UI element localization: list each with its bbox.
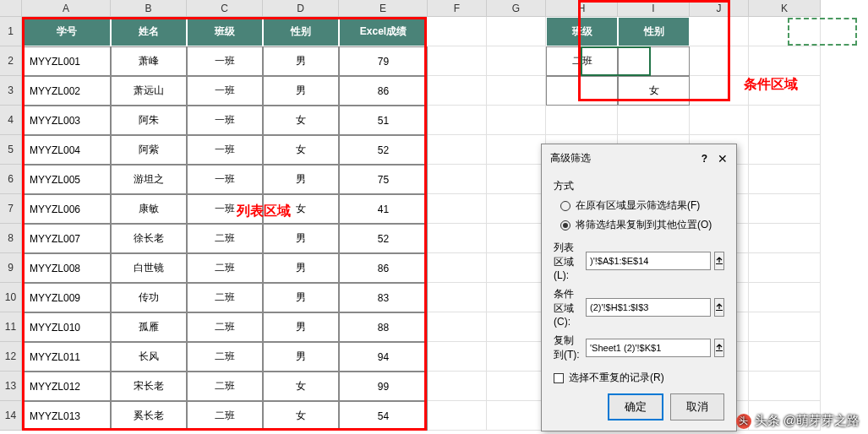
cell[interactable]: MYYZL003 — [22, 106, 111, 135]
cell[interactable] — [546, 76, 618, 106]
cell[interactable]: 男 — [263, 312, 339, 342]
cell[interactable]: 二班 — [187, 401, 263, 431]
cell[interactable]: 女 — [618, 76, 690, 106]
cell[interactable]: 94 — [339, 342, 428, 372]
cell[interactable]: MYYZL013 — [22, 401, 111, 431]
cell[interactable]: 一班 — [187, 165, 263, 194]
cell[interactable] — [749, 135, 821, 165]
cell[interactable]: MYYZL006 — [22, 194, 111, 224]
cell[interactable]: 一班 — [187, 46, 263, 76]
cell[interactable] — [428, 194, 487, 224]
col-header-E[interactable]: E — [339, 0, 428, 17]
col-header-F[interactable]: F — [428, 0, 487, 17]
cell[interactable] — [428, 342, 487, 372]
copy-to-picker-button[interactable] — [714, 339, 724, 357]
cell[interactable]: 男 — [263, 283, 339, 312]
list-range-input[interactable] — [586, 252, 711, 270]
dialog-close-button[interactable]: ✕ — [718, 152, 728, 165]
dialog-titlebar[interactable]: 高级筛选 ? ✕ — [542, 144, 736, 172]
cell[interactable]: 男 — [263, 46, 339, 76]
criteria-range-input[interactable] — [586, 298, 711, 317]
row-header-2[interactable]: 2 — [0, 46, 22, 76]
cell[interactable]: 75 — [339, 165, 428, 194]
col-header-D[interactable]: D — [263, 0, 339, 17]
cell[interactable]: 学号 — [22, 17, 111, 46]
cell[interactable]: 班级 — [187, 17, 263, 46]
cell[interactable]: MYYZL007 — [22, 224, 111, 253]
cell[interactable]: 姓名 — [111, 17, 187, 46]
cell[interactable] — [487, 194, 546, 224]
cell[interactable]: 白世镜 — [111, 253, 187, 283]
cell[interactable]: 阿紫 — [111, 135, 187, 165]
row-header-14[interactable]: 14 — [0, 401, 22, 431]
cell[interactable]: 51 — [339, 106, 428, 135]
cell[interactable]: MYYZL010 — [22, 312, 111, 342]
cell[interactable]: MYYZL008 — [22, 253, 111, 283]
cell[interactable]: MYYZL009 — [22, 283, 111, 312]
cell[interactable]: 79 — [339, 46, 428, 76]
row-header-3[interactable]: 3 — [0, 76, 22, 106]
cell[interactable]: 一班 — [187, 106, 263, 135]
row-header-1[interactable]: 1 — [0, 17, 22, 46]
cell[interactable] — [749, 46, 821, 76]
col-header-I[interactable]: I — [618, 0, 690, 17]
cell[interactable] — [428, 401, 487, 431]
cell[interactable] — [487, 372, 546, 401]
cell[interactable]: 二班 — [187, 224, 263, 253]
cell[interactable] — [487, 46, 546, 76]
col-header-K[interactable]: K — [749, 0, 821, 17]
cell[interactable] — [487, 224, 546, 253]
cell[interactable] — [546, 106, 618, 135]
row-header-11[interactable]: 11 — [0, 312, 22, 342]
cell[interactable]: 萧远山 — [111, 76, 187, 106]
cell[interactable]: 游坦之 — [111, 165, 187, 194]
cell[interactable]: 宋长老 — [111, 372, 187, 401]
cell[interactable]: 传功 — [111, 283, 187, 312]
cell[interactable]: 女 — [263, 401, 339, 431]
cell[interactable]: 一班 — [187, 76, 263, 106]
cell[interactable]: 54 — [339, 401, 428, 431]
cell[interactable] — [428, 283, 487, 312]
cell[interactable]: 奚长老 — [111, 401, 187, 431]
cell[interactable] — [749, 283, 821, 312]
radio-filter-in-place[interactable] — [560, 201, 570, 211]
cell[interactable]: 二班 — [187, 283, 263, 312]
cell[interactable] — [749, 253, 821, 283]
ok-button[interactable]: 确定 — [608, 393, 663, 420]
cell[interactable] — [487, 106, 546, 135]
cell[interactable] — [428, 17, 487, 46]
cell[interactable] — [428, 165, 487, 194]
cell[interactable]: 52 — [339, 135, 428, 165]
cell[interactable]: 二班 — [546, 46, 618, 76]
unique-records-checkbox[interactable] — [554, 373, 564, 383]
cell[interactable] — [487, 76, 546, 106]
cell[interactable]: 男 — [263, 253, 339, 283]
cell[interactable] — [428, 253, 487, 283]
cell[interactable]: 88 — [339, 312, 428, 342]
cell[interactable] — [690, 106, 749, 135]
cell[interactable] — [618, 106, 690, 135]
list-range-picker-button[interactable] — [714, 252, 724, 270]
cell[interactable]: 二班 — [187, 372, 263, 401]
col-header-H[interactable]: H — [546, 0, 618, 17]
cell[interactable] — [428, 106, 487, 135]
cell[interactable]: 男 — [263, 224, 339, 253]
col-header-J[interactable]: J — [690, 0, 749, 17]
cell[interactable]: 阿朱 — [111, 106, 187, 135]
cell[interactable] — [487, 17, 546, 46]
cell[interactable]: 二班 — [187, 312, 263, 342]
cell[interactable] — [690, 76, 749, 106]
cell[interactable] — [749, 106, 821, 135]
row-header-5[interactable]: 5 — [0, 135, 22, 165]
cell[interactable] — [487, 401, 546, 431]
row-header-9[interactable]: 9 — [0, 253, 22, 283]
cell[interactable] — [428, 46, 487, 76]
cell[interactable]: 52 — [339, 224, 428, 253]
row-header-13[interactable]: 13 — [0, 372, 22, 401]
row-header-12[interactable]: 12 — [0, 342, 22, 372]
cell[interactable]: MYYZL005 — [22, 165, 111, 194]
cell[interactable]: 86 — [339, 76, 428, 106]
cell[interactable] — [749, 224, 821, 253]
cell[interactable] — [428, 76, 487, 106]
cell[interactable]: 长风 — [111, 342, 187, 372]
